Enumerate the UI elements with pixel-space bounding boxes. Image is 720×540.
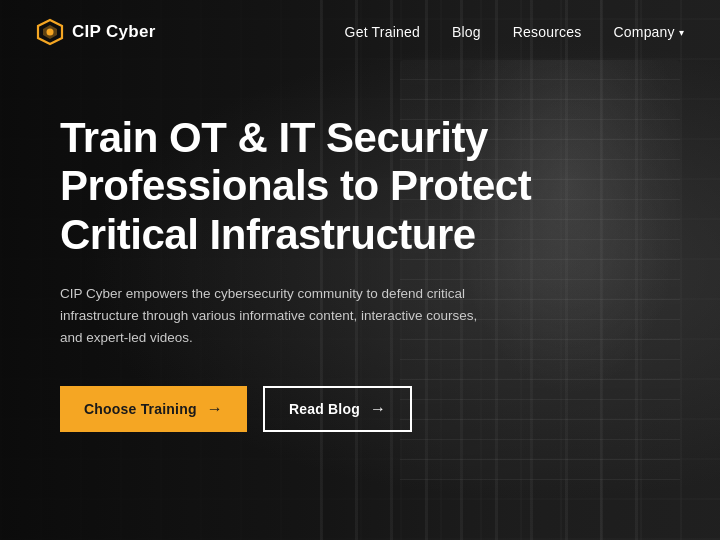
read-blog-button[interactable]: Read Blog → — [263, 386, 412, 432]
nav-link-company[interactable]: Company ▾ — [613, 24, 684, 40]
nav-item-resources[interactable]: Resources — [513, 23, 582, 41]
choose-training-button[interactable]: Choose Training → — [60, 386, 247, 432]
nav-link-resources[interactable]: Resources — [513, 24, 582, 40]
choose-training-label: Choose Training — [84, 401, 197, 417]
nav-links: Get Trained Blog Resources Company ▾ — [345, 23, 684, 41]
hero-buttons: Choose Training → Read Blog → — [60, 386, 540, 432]
read-blog-label: Read Blog — [289, 401, 360, 417]
choose-training-arrow: → — [207, 400, 223, 418]
nav-item-company[interactable]: Company ▾ — [613, 24, 684, 40]
logo[interactable]: CIP Cyber — [36, 18, 156, 46]
chevron-down-icon: ▾ — [679, 27, 684, 38]
nav-item-get-trained[interactable]: Get Trained — [345, 23, 420, 41]
logo-icon — [36, 18, 64, 46]
hero-content: Train OT & IT Security Professionals to … — [0, 64, 600, 432]
nav-link-get-trained[interactable]: Get Trained — [345, 24, 420, 40]
hero-description: CIP Cyber empowers the cybersecurity com… — [60, 283, 480, 350]
brand-name: CIP Cyber — [72, 22, 156, 42]
read-blog-arrow: → — [370, 400, 386, 418]
svg-point-2 — [47, 29, 54, 36]
nav-link-blog[interactable]: Blog — [452, 24, 481, 40]
nav-item-blog[interactable]: Blog — [452, 23, 481, 41]
hero-title: Train OT & IT Security Professionals to … — [60, 114, 540, 259]
navbar: CIP Cyber Get Trained Blog Resources Com… — [0, 0, 720, 64]
